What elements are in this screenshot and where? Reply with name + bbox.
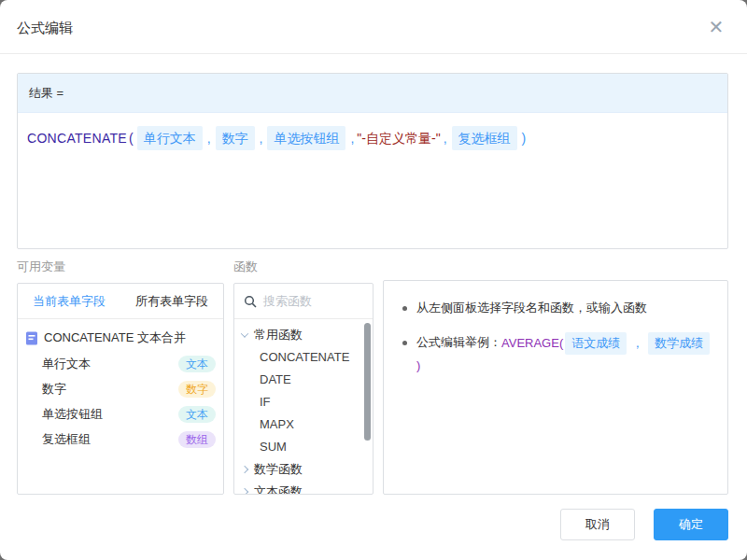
tip-text-1: 从左侧面板选择字段名和函数，或输入函数 xyxy=(416,298,647,318)
field-chip[interactable]: 单选按钮组 xyxy=(267,126,345,150)
formula-token-func: CONCATENATE xyxy=(27,127,127,149)
formula-token-comma: , xyxy=(444,127,447,149)
function-item[interactable]: DATE xyxy=(234,369,373,391)
bullet-dot xyxy=(402,306,407,311)
variable-row-array[interactable]: 复选框组数组 xyxy=(25,427,216,452)
function-item[interactable]: IF xyxy=(234,391,373,413)
variables-tabs: 当前表单字段 所有表单字段 xyxy=(18,284,223,319)
field-chip[interactable]: 数学成绩 xyxy=(648,332,710,355)
function-category-label: 数学函数 xyxy=(254,461,303,478)
chevron-right-icon xyxy=(241,488,248,495)
tip-line-2: 公式编辑举例：AVERAGE(语文成绩，数学成绩) xyxy=(397,332,714,376)
field-chip[interactable]: 复选框组 xyxy=(452,126,517,150)
formula-token-comma: , xyxy=(207,127,211,149)
function-category[interactable]: 数学函数 xyxy=(234,458,373,481)
function-item[interactable]: SUM xyxy=(234,436,373,458)
field-chip[interactable]: 数字 xyxy=(216,126,255,150)
dialog-header: 公式编辑 ✕ xyxy=(0,0,747,54)
variables-section-label: 可用变量 xyxy=(17,259,65,275)
functions-section-label: 函数 xyxy=(233,259,258,275)
variable-group-row[interactable]: CONCATENATE 文本合并 xyxy=(18,319,223,349)
type-badge: 文本 xyxy=(178,406,216,423)
scrollbar-thumb[interactable] xyxy=(364,323,371,441)
document-icon xyxy=(25,331,38,345)
formula-box: 结果 = CONCATENATE(单行文本,数字,单选按钮组,"-自定义常量-"… xyxy=(17,73,728,249)
variable-row-text[interactable]: 单选按钮组文本 xyxy=(25,401,216,427)
close-icon[interactable]: ✕ xyxy=(704,15,728,39)
variable-row-number[interactable]: 数字数字 xyxy=(25,376,216,401)
field-chip[interactable]: 语文成绩 xyxy=(565,332,627,355)
type-badge: 数组 xyxy=(178,431,216,448)
variable-name: 数字 xyxy=(42,381,66,398)
formula-input-area[interactable]: CONCATENATE(单行文本,数字,单选按钮组,"-自定义常量-",复选框组… xyxy=(18,113,727,249)
chevron-right-icon xyxy=(241,466,248,473)
formula-token-open: ( xyxy=(129,127,134,149)
formula-token-string: "-自定义常量-" xyxy=(357,127,440,149)
formula-token-exfunc: ) xyxy=(416,356,420,376)
tips-panel: 从左侧面板选择字段名和函数，或输入函数 公式编辑举例：AVERAGE(语文成绩，… xyxy=(383,280,728,495)
field-chip[interactable]: 单行文本 xyxy=(137,126,203,150)
dialog-title: 公式编辑 xyxy=(17,20,73,37)
function-category[interactable]: 常用函数 xyxy=(234,324,373,346)
function-item[interactable]: CONCATENATE xyxy=(234,346,373,369)
search-placeholder: 搜索函数 xyxy=(263,293,312,310)
bullet-dot xyxy=(402,341,407,345)
result-label: 结果 = xyxy=(18,74,727,113)
variable-row-text[interactable]: 单行文本文本 xyxy=(25,351,216,376)
formula-token-exfunc: AVERAGE( xyxy=(501,333,563,354)
variable-list: 单行文本文本数字数字单选按钮组文本复选框组数组 xyxy=(18,349,223,452)
formula-token-close: ) xyxy=(522,127,527,149)
function-category-label: 文本函数 xyxy=(254,483,303,495)
formula-editor-dialog: 公式编辑 ✕ 结果 = CONCATENATE(单行文本,数字,单选按钮组,"-… xyxy=(0,0,747,560)
function-category-label: 常用函数 xyxy=(254,327,303,343)
tab-all-form-fields[interactable]: 所有表单字段 xyxy=(120,284,223,318)
type-badge: 文本 xyxy=(178,356,216,372)
cancel-button[interactable]: 取消 xyxy=(560,509,635,540)
formula-token-comma: , xyxy=(350,127,354,149)
variable-name: 单行文本 xyxy=(42,356,91,372)
tip-line-1: 从左侧面板选择字段名和函数，或输入函数 xyxy=(397,298,714,318)
function-category[interactable]: 文本函数 xyxy=(234,481,373,495)
tip-text-2: 公式编辑举例：AVERAGE(语文成绩，数学成绩) xyxy=(416,332,714,376)
tab-current-form-fields[interactable]: 当前表单字段 xyxy=(18,284,120,318)
search-icon xyxy=(244,295,257,308)
formula-token-comma: , xyxy=(260,127,263,149)
functions-panel: 搜索函数 常用函数CONCATENATEDATEIFMAPXSUM数学函数文本函… xyxy=(233,283,374,495)
variables-panel: 当前表单字段 所有表单字段 CONCATENATE 文本合并 单行文本文本数字数… xyxy=(17,283,224,495)
variable-group-label: CONCATENATE 文本合并 xyxy=(44,329,186,346)
example-prefix: 公式编辑举例： xyxy=(416,335,501,349)
confirm-button[interactable]: 确定 xyxy=(654,509,728,540)
formula-token-comma: ， xyxy=(631,333,643,354)
variable-name: 复选框组 xyxy=(42,431,91,448)
variable-name: 单选按钮组 xyxy=(42,406,103,423)
chevron-down-icon xyxy=(241,329,248,337)
function-item[interactable]: MAPX xyxy=(234,413,373,436)
formula-expression: CONCATENATE(单行文本,数字,单选按钮组,"-自定义常量-",复选框组… xyxy=(27,126,718,150)
type-badge: 数字 xyxy=(178,381,216,398)
function-tree: 常用函数CONCATENATEDATEIFMAPXSUM数学函数文本函数 xyxy=(234,319,373,495)
function-search-input[interactable]: 搜索函数 xyxy=(234,284,373,319)
